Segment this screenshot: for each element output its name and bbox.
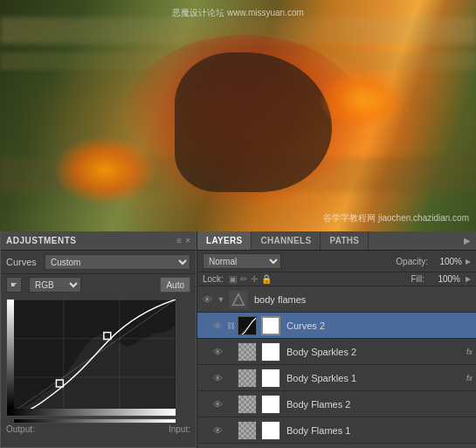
lock-paint-icon[interactable]: ✏ (240, 274, 247, 284)
fill-value[interactable]: 100% (430, 274, 460, 284)
channel-select[interactable]: RGB Red Green Blue (29, 277, 81, 293)
adjustments-title: ADJUSTMENTS (6, 236, 77, 245)
curves-label: Curves (6, 257, 41, 267)
output-label: Output: (6, 424, 35, 434)
tab-layers[interactable]: LAYERS (197, 231, 252, 250)
lock-transparent-icon[interactable]: ▣ (229, 274, 237, 284)
layers-tabs: LAYERS CHANNELS PATHS ▶ (197, 231, 476, 251)
curves-line-svg (7, 300, 176, 417)
layer-thumb-curves-2 (238, 316, 257, 335)
layer-name-body-flames: body flames (251, 294, 473, 305)
layers-panel: LAYERS CHANNELS PATHS ▶ Normal Multiply … (197, 231, 476, 448)
curves-channel-row: ☛ RGB Red Green Blue Auto (1, 274, 196, 295)
layer-expand-body-flames[interactable]: ▼ (216, 295, 226, 304)
layer-eye-body-flames[interactable]: 👁 (201, 294, 213, 305)
layer-name-body-sparkles-1: Body Sparkles 1 (283, 373, 462, 383)
photo-area: 恶魔设计论坛 www.missyuan.com 谷学字教程网 jiaochen.… (0, 0, 476, 231)
curves-tools: ☛ (6, 277, 22, 293)
layer-fx-body-sparkles-1[interactable]: fx (466, 374, 473, 383)
layer-mask-body-flames-1 (261, 421, 280, 440)
layer-thumb-body-flames-2 (238, 395, 257, 414)
layer-row-body-flames-2[interactable]: 👁 Body Flames 2 (197, 391, 476, 417)
layer-eye-curves-2[interactable]: 👁 (211, 320, 224, 331)
watermark-bottom: 谷学字教程网 jiaochen.chazidian.com (323, 212, 469, 224)
layer-mask-curves-2 (261, 316, 280, 335)
lock-all-icon[interactable]: 🔒 (261, 274, 272, 284)
layers-list: 👁 ▼ body flames 👁 ⛓ (197, 286, 476, 448)
tab-paths[interactable]: PATHS (321, 231, 369, 250)
layer-row-body-sparkles-1[interactable]: 👁 Body Sparkles 1 fx (197, 365, 476, 391)
opacity-arrow-icon[interactable]: ▶ (466, 258, 471, 265)
curve-point-2[interactable] (104, 333, 111, 340)
layer-thumb-body-flames-1 (238, 421, 257, 440)
lock-icons: ▣ ✏ ✛ 🔒 (229, 274, 272, 284)
layer-row-body-flames-group[interactable]: 👁 ▼ body flames (197, 286, 476, 313)
lock-move-icon[interactable]: ✛ (251, 274, 258, 284)
lock-row: Lock: ▣ ✏ ✛ 🔒 Fill: 100% ▶ (197, 272, 476, 286)
layer-eye-body-sparkles-2[interactable]: 👁 (211, 347, 224, 357)
layer-eye-body-flames-1[interactable]: 👁 (211, 425, 224, 436)
layer-link-curves-2[interactable]: ⛓ (226, 321, 235, 330)
curves-preset-row: Curves Custom (1, 251, 196, 274)
layer-thumb-body-sparkles-2 (238, 342, 257, 362)
layer-name-body-flames-2: Body Flames 2 (283, 399, 473, 410)
adjustments-header: ADJUSTMENTS ≡ × (1, 231, 196, 251)
layer-name-curves-2: Curves 2 (283, 320, 473, 331)
curves-graph-area (6, 299, 190, 421)
tab-channels[interactable]: CHANNELS (252, 231, 321, 250)
layer-name-body-sparkles-2: Body Sparkles 2 (283, 347, 462, 357)
svg-line-1 (7, 300, 176, 417)
curves-canvas[interactable] (6, 299, 176, 417)
input-label: Input: (169, 424, 190, 434)
watermark-top: 恶魔设计论坛 www.missyuan.com (172, 7, 304, 19)
blend-mode-row: Normal Multiply Screen Opacity: 100% ▶ (197, 251, 476, 272)
layer-thumb-body-flames (229, 290, 248, 309)
layer-eye-body-sparkles-1[interactable]: 👁 (211, 373, 224, 383)
layer-mask-body-flames-2 (261, 395, 280, 414)
layer-eye-body-flames-2[interactable]: 👁 (211, 399, 224, 410)
layer-name-body-flames-1: Body Flames 1 (283, 425, 473, 436)
hand-tool-btn[interactable]: ☛ (6, 277, 22, 293)
layers-panel-expander[interactable]: ▶ (459, 231, 476, 250)
curves-preset-select[interactable]: Custom (45, 254, 190, 270)
adjustments-panel: ADJUSTMENTS ≡ × Curves Custom ☛ RGB Red … (0, 231, 197, 448)
opacity-label: Opacity: (396, 257, 428, 266)
layer-mask-body-sparkles-1 (261, 369, 280, 388)
fill-label: Fill: (410, 274, 424, 284)
auto-button[interactable]: Auto (160, 277, 190, 293)
layer-row-body-sparkles-2[interactable]: 👁 Body Sparkles 2 fx (197, 339, 476, 365)
adjustments-close-icon[interactable]: × (185, 236, 190, 245)
blend-mode-select[interactable]: Normal Multiply Screen (203, 253, 281, 269)
opacity-value[interactable]: 100% (431, 257, 462, 266)
fill-arrow-icon[interactable]: ▶ (466, 275, 471, 283)
layer-fx-body-sparkles-2[interactable]: fx (466, 348, 473, 356)
layer-row-curves-2[interactable]: 👁 ⛓ Curves 2 (197, 313, 476, 339)
adjustments-menu-icon[interactable]: ≡ (176, 236, 182, 245)
lock-label: Lock: (203, 274, 224, 284)
layer-row-front-wheel-group[interactable]: 👁 ▶ front wheel flames (197, 444, 476, 448)
layer-row-body-flames-1[interactable]: 👁 Body Flames 1 (197, 417, 476, 444)
output-input-labels: Output: Input: (1, 424, 196, 434)
layer-thumb-body-sparkles-1 (238, 369, 257, 388)
layer-mask-body-sparkles-2 (261, 342, 280, 362)
